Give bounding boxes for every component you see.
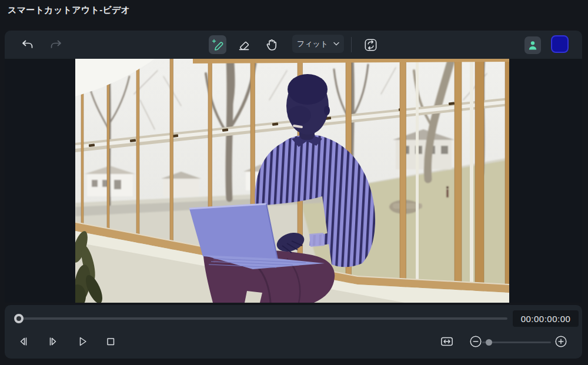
swap-arrows-icon [363, 38, 378, 52]
mask-color-swatch[interactable] [551, 35, 569, 53]
pen-plus-icon [211, 38, 225, 52]
zoom-slider-track[interactable] [482, 341, 551, 343]
toolbar-divider [351, 37, 352, 52]
hand-icon [265, 38, 279, 52]
stop-square-icon [103, 334, 118, 351]
redo-icon [49, 38, 63, 52]
add-brush-button[interactable] [209, 35, 226, 54]
next-frame-button[interactable] [45, 334, 61, 351]
stop-button[interactable] [102, 334, 119, 351]
playback-panel: 00:00:00:00 [5, 305, 582, 359]
hair [288, 74, 328, 105]
timeline-track[interactable] [15, 317, 507, 320]
undo-button[interactable] [19, 36, 36, 53]
person-icon [527, 39, 539, 51]
previous-frame-button[interactable] [15, 334, 32, 351]
chevron-down-icon [333, 42, 339, 46]
redo-button[interactable] [47, 36, 65, 53]
zoom-fit-value: フィット [297, 39, 328, 49]
play-triangle-icon [75, 334, 89, 351]
compare-button[interactable] [362, 36, 379, 53]
step-forward-icon [46, 334, 60, 351]
laptop-lid [189, 204, 278, 262]
fit-width-button[interactable] [439, 334, 455, 351]
cuff [309, 233, 325, 247]
smart-cutout-window: スマートカットアウト-ビデオ [0, 0, 588, 365]
erase-brush-button[interactable] [235, 36, 253, 53]
zoom-out-button[interactable] [467, 334, 484, 351]
plus-circle-icon [554, 334, 568, 351]
zoom-slider-handle[interactable] [486, 339, 492, 346]
fit-width-icon [440, 334, 454, 351]
play-button[interactable] [74, 334, 91, 351]
video-frame[interactable] [75, 59, 509, 303]
minus-circle-icon [469, 334, 483, 351]
walking-figure [446, 186, 449, 197]
zoom-fit-dropdown[interactable]: フィット [292, 35, 344, 53]
show-person-button[interactable] [524, 36, 541, 54]
timeline-handle[interactable] [14, 314, 24, 323]
step-backward-icon [16, 334, 31, 351]
page-title: スマートカットアウト-ビデオ [8, 5, 130, 16]
pan-button[interactable] [263, 36, 280, 53]
video-preview-area [5, 59, 582, 303]
toolbar: フィット [5, 31, 582, 59]
zoom-in-button[interactable] [553, 334, 569, 351]
undo-icon [21, 38, 35, 52]
timecode-display: 00:00:00:00 [513, 310, 579, 327]
ear [324, 106, 330, 115]
eraser-icon [237, 38, 251, 52]
